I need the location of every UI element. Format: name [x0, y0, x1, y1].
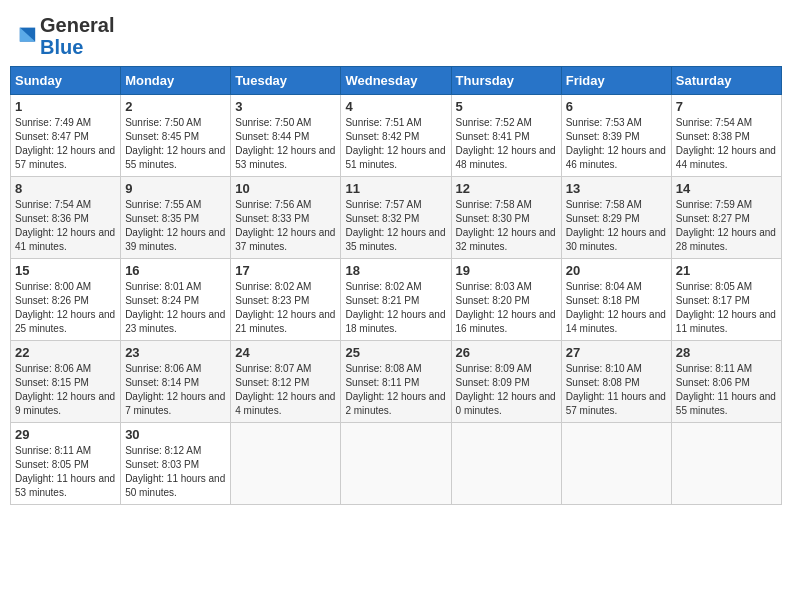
cell-info: Sunrise: 7:54 AMSunset: 8:36 PMDaylight:… [15, 199, 115, 252]
cell-info: Sunrise: 7:58 AMSunset: 8:30 PMDaylight:… [456, 199, 556, 252]
calendar-cell: 23 Sunrise: 8:06 AMSunset: 8:14 PMDaylig… [121, 341, 231, 423]
calendar-cell: 2 Sunrise: 7:50 AMSunset: 8:45 PMDayligh… [121, 95, 231, 177]
cell-info: Sunrise: 7:59 AMSunset: 8:27 PMDaylight:… [676, 199, 776, 252]
calendar-cell: 9 Sunrise: 7:55 AMSunset: 8:35 PMDayligh… [121, 177, 231, 259]
calendar-cell [561, 423, 671, 505]
calendar-cell: 24 Sunrise: 8:07 AMSunset: 8:12 PMDaylig… [231, 341, 341, 423]
day-number: 4 [345, 99, 446, 114]
logo: General Blue [10, 14, 114, 58]
calendar-cell: 29 Sunrise: 8:11 AMSunset: 8:05 PMDaylig… [11, 423, 121, 505]
day-number: 16 [125, 263, 226, 278]
cell-info: Sunrise: 7:55 AMSunset: 8:35 PMDaylight:… [125, 199, 225, 252]
cell-info: Sunrise: 7:49 AMSunset: 8:47 PMDaylight:… [15, 117, 115, 170]
cell-info: Sunrise: 8:02 AMSunset: 8:21 PMDaylight:… [345, 281, 445, 334]
cell-info: Sunrise: 8:01 AMSunset: 8:24 PMDaylight:… [125, 281, 225, 334]
calendar-cell: 30 Sunrise: 8:12 AMSunset: 8:03 PMDaylig… [121, 423, 231, 505]
calendar-cell: 14 Sunrise: 7:59 AMSunset: 8:27 PMDaylig… [671, 177, 781, 259]
calendar-cell: 17 Sunrise: 8:02 AMSunset: 8:23 PMDaylig… [231, 259, 341, 341]
calendar-cell: 26 Sunrise: 8:09 AMSunset: 8:09 PMDaylig… [451, 341, 561, 423]
calendar-cell: 7 Sunrise: 7:54 AMSunset: 8:38 PMDayligh… [671, 95, 781, 177]
calendar-cell: 16 Sunrise: 8:01 AMSunset: 8:24 PMDaylig… [121, 259, 231, 341]
logo-icon [10, 22, 38, 50]
cell-info: Sunrise: 8:04 AMSunset: 8:18 PMDaylight:… [566, 281, 666, 334]
day-number: 28 [676, 345, 777, 360]
calendar-cell: 10 Sunrise: 7:56 AMSunset: 8:33 PMDaylig… [231, 177, 341, 259]
calendar-cell: 4 Sunrise: 7:51 AMSunset: 8:42 PMDayligh… [341, 95, 451, 177]
cell-info: Sunrise: 7:58 AMSunset: 8:29 PMDaylight:… [566, 199, 666, 252]
day-number: 15 [15, 263, 116, 278]
day-number: 29 [15, 427, 116, 442]
day-number: 12 [456, 181, 557, 196]
calendar-cell: 20 Sunrise: 8:04 AMSunset: 8:18 PMDaylig… [561, 259, 671, 341]
calendar-cell: 21 Sunrise: 8:05 AMSunset: 8:17 PMDaylig… [671, 259, 781, 341]
cell-info: Sunrise: 7:50 AMSunset: 8:45 PMDaylight:… [125, 117, 225, 170]
calendar-cell [671, 423, 781, 505]
cell-info: Sunrise: 8:03 AMSunset: 8:20 PMDaylight:… [456, 281, 556, 334]
day-number: 18 [345, 263, 446, 278]
calendar-cell: 11 Sunrise: 7:57 AMSunset: 8:32 PMDaylig… [341, 177, 451, 259]
cell-info: Sunrise: 7:57 AMSunset: 8:32 PMDaylight:… [345, 199, 445, 252]
week-row-2: 8 Sunrise: 7:54 AMSunset: 8:36 PMDayligh… [11, 177, 782, 259]
cell-info: Sunrise: 8:10 AMSunset: 8:08 PMDaylight:… [566, 363, 666, 416]
day-number: 11 [345, 181, 446, 196]
day-number: 1 [15, 99, 116, 114]
day-number: 5 [456, 99, 557, 114]
calendar-cell: 3 Sunrise: 7:50 AMSunset: 8:44 PMDayligh… [231, 95, 341, 177]
day-number: 21 [676, 263, 777, 278]
cell-info: Sunrise: 8:07 AMSunset: 8:12 PMDaylight:… [235, 363, 335, 416]
calendar-cell: 19 Sunrise: 8:03 AMSunset: 8:20 PMDaylig… [451, 259, 561, 341]
cell-info: Sunrise: 8:12 AMSunset: 8:03 PMDaylight:… [125, 445, 225, 498]
header-saturday: Saturday [671, 67, 781, 95]
cell-info: Sunrise: 8:05 AMSunset: 8:17 PMDaylight:… [676, 281, 776, 334]
day-number: 9 [125, 181, 226, 196]
day-number: 23 [125, 345, 226, 360]
calendar-cell: 8 Sunrise: 7:54 AMSunset: 8:36 PMDayligh… [11, 177, 121, 259]
day-number: 14 [676, 181, 777, 196]
cell-info: Sunrise: 8:06 AMSunset: 8:15 PMDaylight:… [15, 363, 115, 416]
calendar-cell: 5 Sunrise: 7:52 AMSunset: 8:41 PMDayligh… [451, 95, 561, 177]
header-monday: Monday [121, 67, 231, 95]
day-number: 26 [456, 345, 557, 360]
cell-info: Sunrise: 7:50 AMSunset: 8:44 PMDaylight:… [235, 117, 335, 170]
cell-info: Sunrise: 7:51 AMSunset: 8:42 PMDaylight:… [345, 117, 445, 170]
cell-info: Sunrise: 7:56 AMSunset: 8:33 PMDaylight:… [235, 199, 335, 252]
header-wednesday: Wednesday [341, 67, 451, 95]
calendar-cell: 15 Sunrise: 8:00 AMSunset: 8:26 PMDaylig… [11, 259, 121, 341]
header-sunday: Sunday [11, 67, 121, 95]
day-number: 3 [235, 99, 336, 114]
calendar-cell: 22 Sunrise: 8:06 AMSunset: 8:15 PMDaylig… [11, 341, 121, 423]
week-row-1: 1 Sunrise: 7:49 AMSunset: 8:47 PMDayligh… [11, 95, 782, 177]
week-row-5: 29 Sunrise: 8:11 AMSunset: 8:05 PMDaylig… [11, 423, 782, 505]
calendar-cell: 27 Sunrise: 8:10 AMSunset: 8:08 PMDaylig… [561, 341, 671, 423]
header-friday: Friday [561, 67, 671, 95]
day-number: 7 [676, 99, 777, 114]
cell-info: Sunrise: 8:11 AMSunset: 8:06 PMDaylight:… [676, 363, 776, 416]
calendar-cell: 18 Sunrise: 8:02 AMSunset: 8:21 PMDaylig… [341, 259, 451, 341]
cell-info: Sunrise: 7:54 AMSunset: 8:38 PMDaylight:… [676, 117, 776, 170]
calendar-cell: 6 Sunrise: 7:53 AMSunset: 8:39 PMDayligh… [561, 95, 671, 177]
calendar-cell: 12 Sunrise: 7:58 AMSunset: 8:30 PMDaylig… [451, 177, 561, 259]
day-number: 13 [566, 181, 667, 196]
calendar-table: SundayMondayTuesdayWednesdayThursdayFrid… [10, 66, 782, 505]
calendar-cell: 28 Sunrise: 8:11 AMSunset: 8:06 PMDaylig… [671, 341, 781, 423]
page-header: General Blue [10, 10, 782, 58]
day-number: 10 [235, 181, 336, 196]
cell-info: Sunrise: 7:53 AMSunset: 8:39 PMDaylight:… [566, 117, 666, 170]
week-row-3: 15 Sunrise: 8:00 AMSunset: 8:26 PMDaylig… [11, 259, 782, 341]
calendar-cell: 25 Sunrise: 8:08 AMSunset: 8:11 PMDaylig… [341, 341, 451, 423]
day-number: 19 [456, 263, 557, 278]
cell-info: Sunrise: 8:09 AMSunset: 8:09 PMDaylight:… [456, 363, 556, 416]
logo-blue: Blue [40, 36, 83, 58]
cell-info: Sunrise: 8:08 AMSunset: 8:11 PMDaylight:… [345, 363, 445, 416]
day-number: 17 [235, 263, 336, 278]
calendar-cell [341, 423, 451, 505]
day-number: 8 [15, 181, 116, 196]
cell-info: Sunrise: 7:52 AMSunset: 8:41 PMDaylight:… [456, 117, 556, 170]
cell-info: Sunrise: 8:00 AMSunset: 8:26 PMDaylight:… [15, 281, 115, 334]
cell-info: Sunrise: 8:11 AMSunset: 8:05 PMDaylight:… [15, 445, 115, 498]
day-number: 27 [566, 345, 667, 360]
cell-info: Sunrise: 8:02 AMSunset: 8:23 PMDaylight:… [235, 281, 335, 334]
header-tuesday: Tuesday [231, 67, 341, 95]
cell-info: Sunrise: 8:06 AMSunset: 8:14 PMDaylight:… [125, 363, 225, 416]
calendar-cell [231, 423, 341, 505]
